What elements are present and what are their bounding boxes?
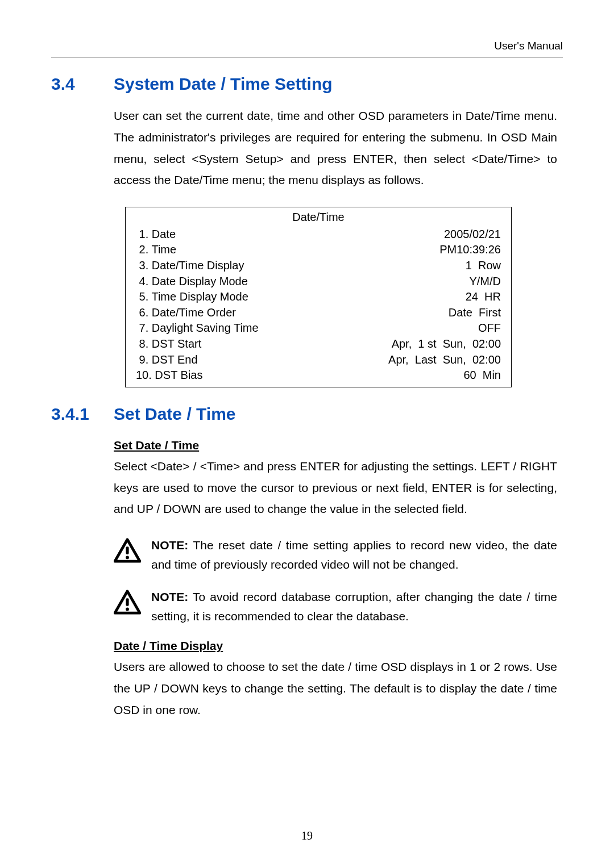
section-3-4-1-body: Set Date / Time Select <Date> / <Time> a… (114, 435, 557, 721)
note-label: NOTE: (151, 539, 188, 552)
subheading-set-date-time: Set Date / Time (114, 439, 557, 452)
svg-point-1 (126, 556, 129, 560)
section-title-3-4: System Date / Time Setting (114, 74, 333, 94)
note-body: To avoid record database corruption, aft… (151, 590, 557, 623)
osd-menu-row: 2. Time PM10:39:26 (136, 242, 501, 258)
page: User's Manual 3.4 System Date / Time Set… (0, 0, 614, 868)
osd-menu-row: 7. Daylight Saving Time OFF (136, 320, 501, 336)
header-divider (51, 57, 563, 57)
note-block-2: NOTE: To avoid record database corruptio… (114, 587, 557, 625)
warning-icon (114, 590, 141, 617)
note-1-text: NOTE: The reset date / time setting appl… (151, 536, 557, 574)
set-date-time-paragraph: Select <Date> / <Time> and press ENTER f… (114, 456, 557, 520)
osd-menu-value: 24 HR (466, 289, 501, 305)
date-time-display-paragraph: Users are allowed to choose to set the d… (114, 656, 557, 720)
osd-menu-box: Date/Time 1. Date 2005/02/21 2. Time PM1… (125, 207, 512, 387)
osd-menu-row: 4. Date Display Mode Y/M/D (136, 274, 501, 290)
osd-menu-label: 7. Daylight Saving Time (136, 320, 259, 336)
osd-menu-value: 1 Row (466, 258, 501, 274)
osd-menu-label: 3. Date/Time Display (136, 258, 244, 274)
osd-menu-label: 4. Date Display Mode (136, 274, 248, 290)
osd-menu-label: 5. Time Display Mode (136, 289, 248, 305)
section-3-4-1-heading: 3.4.1 Set Date / Time (51, 404, 563, 424)
svg-point-3 (126, 608, 129, 611)
osd-menu-row: 6. Date/Time Order Date First (136, 305, 501, 321)
section-number-3-4: 3.4 (51, 74, 114, 94)
osd-menu-label: 6. Date/Time Order (136, 305, 236, 321)
note-body: The reset date / time setting applies to… (151, 539, 557, 571)
header-right-text: User's Manual (51, 40, 563, 52)
section-3-4-heading: 3.4 System Date / Time Setting (51, 74, 563, 94)
page-number: 19 (0, 829, 614, 842)
osd-menu-value: Y/M/D (469, 274, 501, 290)
osd-menu-row: 10. DST Bias 60 Min (136, 368, 501, 383)
osd-menu-value: OFF (478, 320, 501, 336)
warning-icon (114, 538, 141, 565)
section-title-3-4-1: Set Date / Time (114, 404, 236, 424)
osd-menu-value: Apr, Last Sun, 02:00 (388, 352, 501, 368)
section-number-3-4-1: 3.4.1 (51, 404, 114, 424)
note-block-1: NOTE: The reset date / time setting appl… (114, 536, 557, 574)
osd-menu-value: 2005/02/21 (444, 227, 501, 243)
note-label: NOTE: (151, 590, 188, 603)
note-2-text: NOTE: To avoid record database corruptio… (151, 587, 557, 625)
osd-menu-value: PM10:39:26 (439, 242, 501, 258)
subheading-date-time-display: Date / Time Display (114, 639, 557, 653)
osd-menu-label: 8. DST Start (136, 336, 201, 352)
svg-rect-0 (126, 546, 128, 554)
svg-rect-2 (126, 599, 128, 606)
osd-menu-label: 2. Time (136, 242, 176, 258)
osd-menu-row: 9. DST End Apr, Last Sun, 02:00 (136, 352, 501, 368)
osd-menu-label: 1. Date (136, 227, 176, 243)
osd-menu-title: Date/Time (136, 210, 501, 226)
section-3-4-paragraph: User can set the current date, time and … (114, 105, 557, 191)
osd-menu-value: Date First (449, 305, 501, 321)
osd-menu-row: 1. Date 2005/02/21 (136, 227, 501, 243)
osd-menu-label: 10. DST Bias (136, 368, 202, 383)
section-3-4-body: User can set the current date, time and … (114, 105, 557, 387)
osd-menu-row: 5. Time Display Mode 24 HR (136, 289, 501, 305)
osd-menu-value: 60 Min (463, 368, 501, 383)
osd-menu-label: 9. DST End (136, 352, 198, 368)
osd-menu-row: 8. DST Start Apr, 1 st Sun, 02:00 (136, 336, 501, 352)
osd-menu-value: Apr, 1 st Sun, 02:00 (392, 336, 501, 352)
osd-menu-row: 3. Date/Time Display 1 Row (136, 258, 501, 274)
